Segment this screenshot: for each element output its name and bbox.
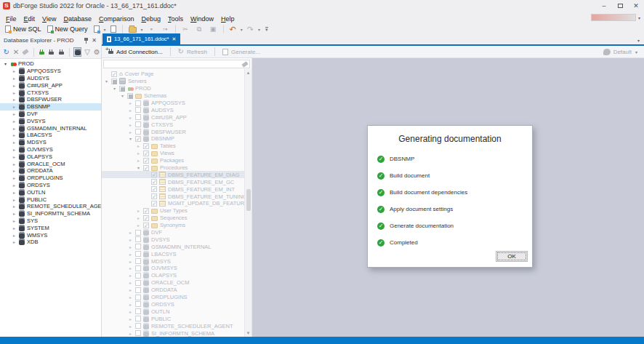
tree-item-cover-page[interactable]: ⌂Cover Page: [102, 71, 244, 78]
expander-icon[interactable]: ▸: [128, 280, 133, 285]
clear-search-icon[interactable]: [241, 61, 248, 68]
tree-item-packages[interactable]: ▸Packages: [102, 157, 244, 164]
tree-item-dbsnmp[interactable]: ▾DBSNMP: [102, 135, 244, 143]
tree-item-orddata[interactable]: ▸ORDDATA: [0, 167, 101, 175]
new-query-button[interactable]: New Query: [45, 25, 90, 33]
expander-icon[interactable]: ▸: [128, 230, 133, 235]
checkbox-unchecked[interactable]: [135, 316, 141, 321]
expander-icon[interactable]: ▸: [128, 122, 133, 127]
quick-search-box[interactable]: [591, 14, 636, 21]
tree-item-olapsys[interactable]: ▸OLAPSYS: [102, 272, 244, 279]
expander-icon[interactable]: ▸: [136, 208, 141, 213]
expander-icon[interactable]: ▾: [112, 86, 117, 91]
checkbox-unchecked[interactable]: [135, 230, 141, 236]
menu-item-file[interactable]: File: [2, 15, 20, 23]
explorer-close-icon[interactable]: ✕: [89, 37, 99, 44]
expander-icon[interactable]: ▾: [3, 61, 8, 66]
tree-item-c-usr-app[interactable]: ▸C##USR_APP: [102, 113, 244, 121]
tree-item-dvf[interactable]: ▸DVF: [102, 229, 244, 236]
tree-item-dbms-feature-em-tuning[interactable]: DBMS_FEATURE_EM_TUNING: [102, 193, 244, 200]
scroll-down-icon[interactable]: ▼: [246, 329, 251, 337]
tree-item-outln[interactable]: ▸OUTLN: [102, 308, 244, 315]
expander-icon[interactable]: ▸: [12, 68, 17, 73]
expander-icon[interactable]: ▸: [128, 295, 133, 300]
minimize-button[interactable]: –: [596, 1, 612, 11]
expander-icon[interactable]: ▸: [128, 129, 133, 135]
new-document-dropdown-icon[interactable]: ▾: [103, 27, 107, 32]
tree-item-ctxsys[interactable]: ▸CTXSYS: [102, 121, 244, 128]
undo-button[interactable]: ↶: [228, 24, 238, 35]
checkbox-checked[interactable]: [143, 143, 149, 149]
menu-item-help[interactable]: Help: [217, 15, 238, 23]
expander-icon[interactable]: ▸: [12, 233, 17, 238]
restore-button[interactable]: [612, 1, 628, 11]
tree-item-dbsfwuser[interactable]: ▸DBSFWUSER: [102, 128, 244, 135]
tree-scrollbar[interactable]: ▲ ▼: [244, 69, 251, 337]
expander-icon[interactable]: ▾: [136, 165, 141, 170]
tree-item-wmsys[interactable]: ▸WMSYS: [0, 231, 101, 239]
tab-close-icon[interactable]: ✕: [172, 36, 177, 42]
expander-icon[interactable]: ▸: [128, 331, 133, 336]
checkbox-unchecked[interactable]: [135, 129, 141, 135]
expander-icon[interactable]: ▸: [12, 119, 17, 124]
menu-item-edit[interactable]: Edit: [20, 15, 39, 23]
checkbox-checked[interactable]: [151, 172, 157, 177]
tree-item-dbsnmp[interactable]: ▸DBSNMP: [0, 103, 101, 111]
connect-icon[interactable]: [38, 47, 46, 57]
expander-icon[interactable]: ▸: [128, 316, 133, 321]
tree-item-olapsys[interactable]: ▸OLAPSYS: [0, 153, 101, 160]
tree-item-views[interactable]: ▸Views: [102, 150, 244, 157]
expander-icon[interactable]: ▾: [120, 93, 125, 98]
expander-icon[interactable]: ▸: [128, 309, 133, 314]
toolbar-options-icon[interactable]: ▾: [265, 27, 268, 32]
tree-item-remote-scheduler-agent[interactable]: ▸REMOTE_SCHEDULER_AGENT: [0, 203, 101, 210]
expander-icon[interactable]: ▸: [136, 223, 141, 228]
tree-item-si-informtn-schema[interactable]: ▸SI_INFORMTN_SCHEMA: [0, 210, 101, 217]
tree-item-servers[interactable]: ▾Servers: [102, 78, 244, 85]
refresh-button[interactable]: ↻ Refresh: [174, 47, 211, 56]
checkbox-checked[interactable]: [143, 158, 149, 164]
expander-icon[interactable]: ▸: [12, 225, 17, 231]
tree-item-mdsys[interactable]: ▸MDSYS: [0, 139, 101, 146]
undo-dropdown-icon[interactable]: ▾: [240, 27, 243, 32]
checkbox-unchecked[interactable]: [135, 273, 141, 279]
expander-icon[interactable]: ▸: [12, 239, 17, 244]
expander-icon[interactable]: ▸: [12, 175, 17, 180]
tree-item-dbsfwuser[interactable]: ▸DBSFWUSER: [0, 96, 101, 103]
tree-item-procedures[interactable]: ▾Procedures: [102, 164, 244, 172]
expander-icon[interactable]: ▸: [128, 302, 133, 307]
tree-item-dbms-feature-em-int[interactable]: DBMS_FEATURE_EM_INT: [102, 185, 244, 193]
checkbox-unchecked[interactable]: [135, 308, 141, 314]
quick-search-dropdown-icon[interactable]: ▾: [636, 15, 644, 20]
expander-icon[interactable]: ▸: [12, 154, 17, 159]
checkbox-unchecked[interactable]: [135, 236, 141, 242]
tree-item-si-informtn-schema[interactable]: ▸SI_INFORMTN_SCHEMA: [102, 329, 244, 337]
tree-item-appqossys[interactable]: ▸APPQOSSYS: [102, 100, 244, 107]
checkbox-unchecked[interactable]: [135, 114, 141, 120]
tree-item-ctxsys[interactable]: ▸CTXSYS: [0, 89, 101, 96]
tree-item-appqossys[interactable]: ▸APPQOSSYS: [0, 68, 101, 75]
tree-item-dbms-feature-em-gc[interactable]: DBMS_FEATURE_EM_GC: [102, 178, 244, 185]
menu-item-database[interactable]: Database: [60, 15, 95, 23]
tree-item-synonyms[interactable]: ▸Synonyms: [102, 222, 244, 229]
checkbox-unchecked[interactable]: [135, 287, 141, 293]
checkbox-checked[interactable]: [143, 223, 149, 228]
tree-item-oracle-ocm[interactable]: ▸ORACLE_OCM: [0, 160, 101, 167]
expander-icon[interactable]: ▸: [128, 273, 133, 278]
document-tab[interactable]: 13_66_171_161.ddoc* ✕: [102, 33, 180, 44]
redo-dropdown-icon[interactable]: ▾: [257, 27, 261, 32]
tree-item-dbms-feature-em-diag[interactable]: DBMS_FEATURE_EM_DIAG: [102, 171, 244, 178]
tree-item-prod[interactable]: ▾PROD: [102, 85, 244, 92]
expander-icon[interactable]: ▸: [128, 108, 133, 113]
checkbox-checked[interactable]: [143, 215, 149, 221]
delete-connection-icon[interactable]: ✕: [12, 47, 20, 57]
checkbox-unchecked[interactable]: [135, 258, 141, 264]
checkbox-unchecked[interactable]: [135, 121, 141, 127]
tree-item-prod[interactable]: ▾PROD: [0, 60, 101, 68]
expander-icon[interactable]: ▸: [12, 161, 17, 167]
menu-item-debug[interactable]: Debug: [137, 15, 164, 23]
tree-item-mgmt-update-db-feature-log[interactable]: MGMT_UPDATE_DB_FEATURE_LOG: [102, 200, 244, 207]
tree-item-orddata[interactable]: ▸ORDDATA: [102, 287, 244, 294]
expander-icon[interactable]: ▸: [12, 97, 17, 102]
expander-icon[interactable]: ▸: [12, 132, 17, 137]
